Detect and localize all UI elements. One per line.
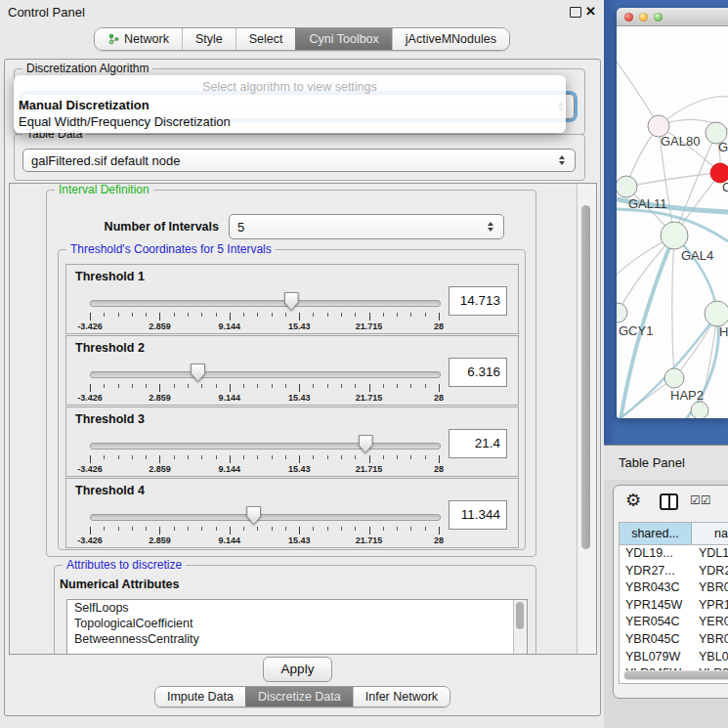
network-node[interactable] bbox=[664, 368, 684, 388]
tick-label: 15.43 bbox=[288, 393, 311, 403]
close-traffic-light-icon[interactable] bbox=[624, 13, 633, 21]
tick-label: 2.859 bbox=[149, 393, 171, 403]
network-node-label: GA bbox=[718, 140, 728, 154]
cyni-toolbox-panel: Discretization Algorithm Select algorith… bbox=[4, 59, 601, 716]
threshold-label: Threshold 3 bbox=[75, 412, 145, 426]
tab-cyni-toolbox[interactable]: Cyni Toolbox bbox=[295, 28, 391, 50]
network-node-label: GCY1 bbox=[619, 323, 653, 338]
network-node[interactable] bbox=[661, 222, 688, 249]
algorithm-dropdown-popup: Select algorithm to view settings Manual… bbox=[14, 75, 566, 133]
network-window-titlebar[interactable] bbox=[617, 8, 728, 26]
cell-shared-name: YPR145W bbox=[620, 597, 692, 615]
float-window-icon[interactable] bbox=[570, 7, 581, 18]
table-panel-title: Table Panel bbox=[619, 455, 685, 470]
table-panel-body: ⚙ ☑☑ shared... na YDL19...YDL1YDR27...YD… bbox=[604, 480, 728, 728]
cell-shared-name: YBR045C bbox=[620, 631, 692, 649]
tab-jactivemnodules[interactable]: jActiveMNodules bbox=[392, 28, 509, 50]
slider-track[interactable] bbox=[90, 371, 441, 378]
numerical-attributes-label: Numerical Attributes bbox=[60, 578, 179, 591]
major-tick bbox=[90, 455, 91, 463]
cell-shared-name: YIL052C bbox=[620, 683, 692, 684]
network-node[interactable] bbox=[705, 301, 728, 326]
tab-discretize-data[interactable]: Discretize Data bbox=[245, 687, 353, 707]
dropdown-item-manual-discretization[interactable]: Manual Discretization bbox=[14, 97, 566, 113]
list-item[interactable]: BetweennessCentrality bbox=[67, 631, 527, 647]
tick-label: 21.715 bbox=[356, 321, 383, 331]
slider-thumb[interactable] bbox=[191, 364, 205, 382]
tab-style[interactable]: Style bbox=[182, 28, 236, 50]
table-header-row: shared... na bbox=[620, 523, 728, 545]
major-tick bbox=[369, 313, 370, 321]
dropdown-item-equal-width-frequency[interactable]: Equal Width/Frequency Discretization bbox=[14, 113, 566, 130]
slider-track[interactable] bbox=[90, 443, 441, 450]
table-row[interactable]: YDR27...YDR2 bbox=[620, 563, 728, 580]
scrollbar-thumb[interactable] bbox=[624, 671, 728, 679]
tab-impute-data[interactable]: Impute Data bbox=[155, 687, 245, 707]
apply-button[interactable]: Apply bbox=[263, 657, 332, 682]
table-row[interactable]: YDL19...YDL1 bbox=[620, 545, 728, 563]
tick-label: 9.144 bbox=[219, 535, 241, 545]
tab-select[interactable]: Select bbox=[236, 28, 296, 50]
tick-label: 2.859 bbox=[149, 464, 171, 474]
tab-label: Style bbox=[195, 32, 223, 46]
major-tick bbox=[439, 455, 440, 463]
cell-shared-name: YBR043C bbox=[620, 579, 692, 597]
minimize-traffic-light-icon[interactable] bbox=[639, 13, 648, 21]
right-workspace: GAL80GACGAL11GAL4GCY1HHAP2 Table Panel ⚙… bbox=[604, 0, 728, 728]
network-node-label: GAL80 bbox=[661, 134, 700, 149]
list-item[interactable]: TopologicalCoefficient bbox=[67, 616, 527, 631]
slider-track[interactable] bbox=[90, 300, 441, 307]
gear-icon[interactable]: ⚙ bbox=[625, 492, 641, 509]
list-item[interactable]: SelfLoops bbox=[67, 600, 527, 616]
major-tick bbox=[159, 527, 160, 535]
slider-track[interactable] bbox=[90, 514, 441, 521]
network-node[interactable] bbox=[617, 176, 637, 197]
tick-label: 21.715 bbox=[356, 535, 383, 545]
network-view-window[interactable]: GAL80GACGAL11GAL4GCY1HHAP2 bbox=[617, 8, 728, 418]
column-header-shared-name[interactable]: shared... bbox=[620, 523, 692, 544]
slider-thumb[interactable] bbox=[246, 506, 261, 525]
major-tick bbox=[299, 384, 300, 392]
close-icon[interactable]: ✕ bbox=[585, 4, 596, 19]
major-tick bbox=[90, 313, 91, 321]
list-scrollbar[interactable] bbox=[513, 600, 527, 655]
scrollbar-thumb[interactable] bbox=[581, 205, 590, 549]
split-columns-icon[interactable] bbox=[660, 493, 678, 510]
table-row[interactable]: YBR045CYBR0 bbox=[620, 631, 728, 649]
network-canvas[interactable]: GAL80GACGAL11GAL4GCY1HHAP2 bbox=[617, 26, 728, 418]
combo-value: galFiltered.sif default node bbox=[31, 153, 180, 168]
checkbox-filter-icons[interactable]: ☑☑ bbox=[690, 493, 711, 507]
network-node[interactable] bbox=[617, 303, 627, 322]
tab-infer-network[interactable]: Infer Network bbox=[353, 687, 450, 707]
table-row[interactable]: YER054CYER0 bbox=[620, 614, 728, 631]
tick-label: 21.715 bbox=[356, 393, 383, 403]
column-header-name[interactable]: na bbox=[692, 523, 728, 544]
table-row[interactable]: YBR043CYBR0 bbox=[620, 579, 728, 597]
tab-network[interactable]: Network bbox=[95, 28, 182, 50]
table-row[interactable]: YBL079WYBL0 bbox=[620, 649, 728, 666]
vertical-scrollbar[interactable] bbox=[577, 184, 596, 654]
table-row[interactable]: YPR145WYPR1 bbox=[620, 597, 728, 615]
tab-label: jActiveMNodules bbox=[406, 32, 496, 46]
dropdown-placeholder-item[interactable]: Select algorithm to view settings bbox=[14, 80, 566, 97]
threshold-value-field[interactable]: 14.713 bbox=[449, 286, 507, 316]
slider-thumb[interactable] bbox=[359, 435, 373, 453]
threshold-value-field[interactable]: 11.344 bbox=[449, 500, 507, 530]
table-row[interactable]: YIL052CYIL0 bbox=[620, 683, 728, 684]
network-node-label: GAL11 bbox=[628, 196, 667, 211]
network-node[interactable] bbox=[691, 402, 708, 418]
threshold-value-field[interactable]: 21.4 bbox=[449, 429, 507, 458]
slider-thumb[interactable] bbox=[284, 292, 299, 311]
horizontal-scrollbar[interactable] bbox=[623, 670, 728, 680]
threshold-value-field[interactable]: 6.316 bbox=[449, 358, 507, 387]
major-tick bbox=[159, 313, 160, 321]
major-tick bbox=[230, 527, 231, 535]
number-of-intervals-combobox[interactable]: 5 bbox=[229, 214, 504, 239]
threshold-1-box: Threshold 1 14.713 -3.4262.8599.14415.43… bbox=[65, 264, 519, 334]
network-icon bbox=[107, 33, 119, 45]
major-tick bbox=[90, 384, 91, 392]
zoom-traffic-light-icon[interactable] bbox=[654, 13, 663, 21]
table-data-combobox[interactable]: galFiltered.sif default node bbox=[22, 149, 576, 172]
slider-ticks bbox=[90, 384, 440, 388]
network-node-label: GAL4 bbox=[681, 248, 713, 263]
